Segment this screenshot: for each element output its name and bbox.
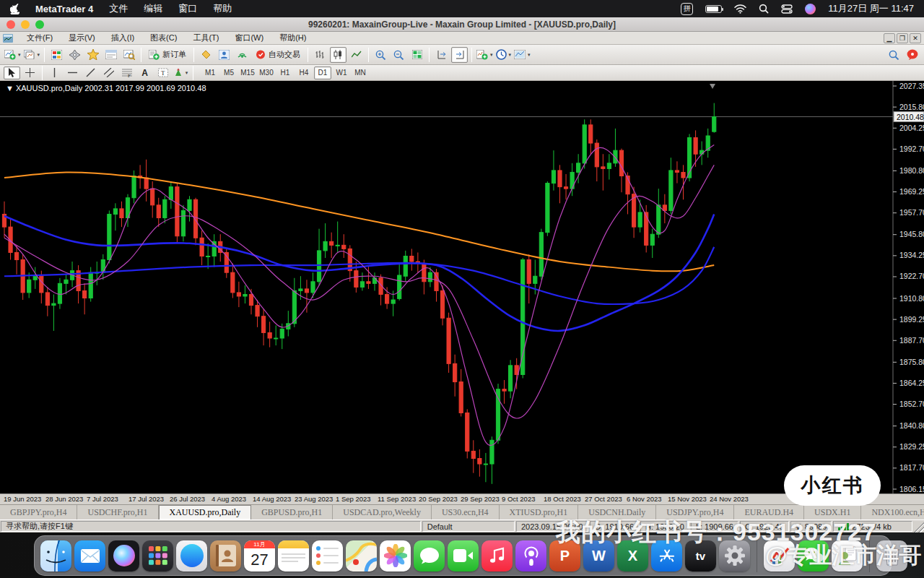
battery-icon[interactable] — [705, 5, 722, 13]
menubar-item-file[interactable]: 文件 — [109, 2, 128, 15]
autotrade-button[interactable]: 自动交易 — [252, 47, 304, 63]
community-button[interactable] — [216, 47, 232, 63]
mt4-menu-item[interactable]: 窗口(W) — [227, 32, 271, 44]
auto-scroll-button[interactable] — [433, 47, 450, 63]
data-window-button[interactable] — [66, 47, 83, 63]
dock-music-icon[interactable] — [481, 540, 513, 571]
wifi-icon[interactable] — [734, 4, 746, 14]
dock-mail-icon[interactable] — [74, 540, 105, 571]
vertical-line-tool-button[interactable] — [46, 66, 63, 79]
siri-icon[interactable] — [805, 4, 816, 14]
dock-finder-icon[interactable] — [40, 540, 71, 571]
chart-tab-usdchf-pro-h1[interactable]: USDCHF.pro,H1 — [77, 505, 158, 519]
chart-tab-us30-ecn-h4[interactable]: US30.ecn,H4 — [432, 505, 500, 519]
dock-contacts-icon[interactable] — [210, 540, 241, 571]
timeframe-h1-button[interactable]: H1 — [276, 66, 294, 79]
menubar-item-window[interactable]: 窗口 — [178, 2, 197, 15]
dock-maps-icon[interactable] — [346, 540, 377, 571]
mt4-menu-item[interactable]: 文件(F) — [19, 32, 61, 44]
control-center-icon[interactable] — [781, 4, 793, 14]
strategy-tester-button[interactable] — [121, 47, 137, 63]
new-chart-button[interactable]: ▾ — [4, 47, 22, 63]
indicators-button[interactable]: ▾ — [476, 47, 494, 63]
mdi-close-button[interactable]: ✕ — [910, 33, 921, 43]
navigator-button[interactable] — [84, 47, 101, 63]
candle-body — [601, 167, 605, 169]
candle-body — [181, 210, 185, 236]
dock-calendar-icon[interactable]: 11月27 — [244, 540, 275, 571]
timeframe-w1-button[interactable]: W1 — [333, 66, 350, 79]
dock-siri-icon[interactable] — [108, 540, 139, 571]
candle-body — [200, 238, 204, 256]
timeframe-m15-button[interactable]: M15 — [239, 66, 256, 79]
status-profile[interactable]: Default — [422, 521, 515, 532]
dock-facetime-icon[interactable] — [448, 540, 479, 571]
menubar-item-edit[interactable]: 编辑 — [144, 2, 162, 15]
candle-body — [188, 199, 191, 210]
date-axis[interactable]: 19 Jun 202328 Jun 20237 Jul 202317 Jul 2… — [0, 493, 924, 504]
mt4-menu-item[interactable]: 插入(I) — [103, 32, 142, 44]
menubar-clock[interactable]: 11月27日 周一 11:47 — [828, 2, 914, 15]
dock-launchpad-icon[interactable] — [142, 540, 173, 571]
crosshair-tool-button[interactable] — [22, 66, 38, 79]
bar-chart-mode-button[interactable] — [312, 47, 328, 63]
mt4-menu-item[interactable]: 工具(T) — [185, 32, 227, 44]
signals-button[interactable] — [234, 47, 250, 63]
mdi-minimize-button[interactable]: ▁ — [884, 33, 895, 43]
chart-symbol-label[interactable]: ▼ XAUUSD.pro,Daily 2002.31 2017.99 2001.… — [6, 84, 206, 92]
mdi-restore-button[interactable]: ❐ — [897, 33, 908, 43]
timeframe-m5-button[interactable]: M5 — [220, 66, 237, 79]
zoom-in-button[interactable] — [372, 47, 389, 63]
chart-shift-button[interactable] — [451, 47, 468, 63]
zoom-out-button[interactable] — [391, 47, 407, 63]
chart-tab-gbpusd-pro-h1[interactable]: GBPUSD.pro,H1 — [251, 505, 333, 519]
tile-windows-button[interactable] — [409, 47, 425, 63]
input-method-icon[interactable]: 拼 — [681, 3, 693, 15]
timeframe-h4-button[interactable]: H4 — [295, 66, 313, 79]
dock-safari-icon[interactable] — [176, 540, 207, 571]
templates-button[interactable]: ▾ — [513, 47, 531, 63]
fibonacci-tool-button[interactable]: F — [118, 66, 135, 79]
arrows-tool-button[interactable]: ▾ — [173, 66, 189, 79]
notifications-button[interactable] — [904, 47, 920, 63]
apple-logo-icon[interactable] — [10, 4, 19, 14]
channel-tool-button[interactable] — [100, 66, 117, 79]
chart-tab-xauusd-pro-daily[interactable]: XAUUSD.pro,Daily — [159, 505, 252, 519]
market-watch-button[interactable] — [48, 47, 65, 63]
dock-podcasts-icon[interactable] — [515, 540, 546, 571]
dock-messages-icon[interactable] — [414, 540, 445, 571]
profiles-button[interactable]: ▾ — [23, 47, 41, 63]
mt4-menu-item[interactable]: 显示(V) — [61, 32, 103, 44]
chart-area[interactable]: 2027.352015.802004.251992.701980.801969.… — [0, 81, 924, 493]
search-button[interactable] — [886, 47, 902, 63]
candlestick-chart[interactable]: 2027.352015.802004.251992.701980.801969.… — [0, 81, 924, 493]
candlestick-mode-button[interactable] — [330, 47, 346, 63]
terminal-button[interactable] — [103, 47, 119, 63]
new-order-button[interactable]: 新订单 — [145, 47, 190, 63]
horizontal-line-tool-button[interactable] — [64, 66, 81, 79]
dock-notes-icon[interactable] — [278, 540, 309, 571]
mt4-menu-item[interactable]: 图表(C) — [142, 32, 185, 44]
timeframe-mn-button[interactable]: MN — [352, 66, 369, 79]
dock-reminders-icon[interactable] — [312, 540, 343, 571]
periods-button[interactable]: ▾ — [495, 47, 513, 63]
chart-tab-gbpjpy-pro-h4[interactable]: GBPJPY.pro,H4 — [0, 505, 77, 519]
cursor-tool-button[interactable] — [4, 66, 20, 79]
resize-grip[interactable] — [913, 520, 924, 532]
timeframe-m30-button[interactable]: M30 — [258, 66, 275, 79]
price-tick-label: 1945.80 — [899, 230, 924, 238]
trendline-tool-button[interactable] — [82, 66, 99, 79]
dock-photos-icon[interactable] — [380, 540, 411, 571]
timeframe-m1-button[interactable]: M1 — [201, 66, 219, 79]
chart-tab-usdcad-pro-weekly[interactable]: USDCAD.pro,Weekly — [333, 505, 432, 519]
mt4-menu-item[interactable]: 帮助(H) — [271, 32, 314, 44]
candle-body — [527, 260, 531, 284]
spotlight-search-icon[interactable] — [759, 4, 769, 14]
metaeditor-button[interactable] — [198, 47, 214, 63]
menubar-item-help[interactable]: 帮助 — [213, 2, 232, 15]
text-label-tool-button[interactable]: T — [154, 66, 171, 79]
line-chart-mode-button[interactable] — [348, 47, 365, 63]
timeframe-d1-button[interactable]: D1 — [314, 66, 331, 79]
text-tool-button[interactable]: A — [136, 66, 153, 79]
menubar-app-name[interactable]: MetaTrader 4 — [35, 4, 93, 14]
